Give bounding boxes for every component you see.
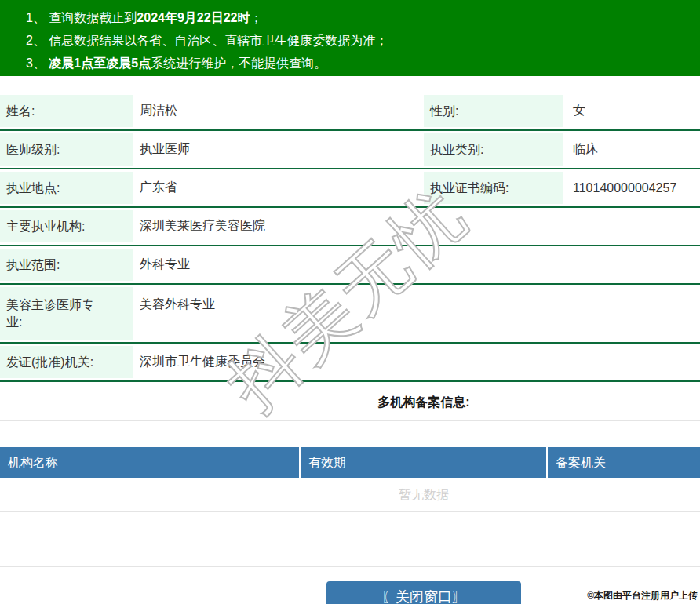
close-window-button[interactable]: 〖关闭窗口〗 <box>326 581 521 604</box>
info-value: 深圳美莱医疗美容医院 <box>133 208 700 245</box>
info-label: 执业类别: <box>424 133 563 166</box>
info-row: 姓名:周洁松性别:女 <box>0 93 700 131</box>
info-row: 执业范围:外科专业 <box>0 246 700 285</box>
notice-banner: 1、 查询数据截止到2024年9月22日22时；2、 信息数据结果以各省、自治区… <box>0 0 700 76</box>
org-table-header: 机构名称有效期备案机关 <box>0 447 700 478</box>
info-value: 外科专业 <box>133 246 700 283</box>
info-row: 主要执业机构:深圳美莱医疗美容医院 <box>0 208 700 246</box>
info-label: 执业范围: <box>0 249 133 281</box>
info-row: 执业地点:广东省执业证书编码:110140000004257 <box>0 169 700 208</box>
info-label: 性别: <box>424 95 563 127</box>
info-label: 执业证书编码: <box>424 172 563 204</box>
info-value: 美容外科专业 <box>133 285 700 342</box>
notice-list: 1、 查询数据截止到2024年9月22日22时；2、 信息数据结果以各省、自治区… <box>26 6 700 75</box>
info-value: 执业医师 <box>133 131 424 168</box>
copyright-watermark: ©本图由平台注册用户上传 <box>587 589 698 602</box>
info-row: 发证(批准)机关:深圳市卫生健康委员会 <box>0 344 700 382</box>
info-label: 执业地点: <box>0 172 133 204</box>
notice-line: 2、 信息数据结果以各省、自治区、直辖市卫生健康委数据为准； <box>26 29 700 52</box>
info-value: 周洁松 <box>133 93 424 129</box>
notice-line: 3、 凌晨1点至凌晨5点系统进行维护，不能提供查询。 <box>26 52 700 75</box>
info-row: 美容主诊医师专业:美容外科专业 <box>0 285 700 344</box>
org-column-header: 有效期 <box>301 447 548 478</box>
info-label: 美容主诊医师专业: <box>0 287 133 340</box>
page: 1、 查询数据截止到2024年9月22日22时；2、 信息数据结果以各省、自治区… <box>0 0 700 604</box>
info-label: 姓名: <box>0 95 133 127</box>
info-value: 深圳市卫生健康委员会 <box>133 344 700 380</box>
info-label: 发证(批准)机关: <box>0 346 133 378</box>
footer-divider <box>0 566 700 567</box>
empty-state: 暂无数据 <box>0 478 700 512</box>
info-value: 广东省 <box>133 169 424 206</box>
info-row: 医师级别:执业医师执业类别:临床 <box>0 131 700 169</box>
doctor-info-table: 姓名:周洁松性别:女医师级别:执业医师执业类别:临床执业地点:广东省执业证书编码… <box>0 93 700 382</box>
org-column-header: 机构名称 <box>0 447 301 478</box>
org-column-header: 备案机关 <box>548 447 700 478</box>
info-label: 医师级别: <box>0 133 133 166</box>
section-heading: 多机构备案信息: <box>0 382 700 421</box>
info-value: 临床 <box>563 131 700 168</box>
info-value: 女 <box>563 93 700 129</box>
info-label: 主要执业机构: <box>0 210 133 242</box>
info-value: 110140000004257 <box>563 169 700 206</box>
notice-line: 1、 查询数据截止到2024年9月22日22时； <box>26 6 700 29</box>
